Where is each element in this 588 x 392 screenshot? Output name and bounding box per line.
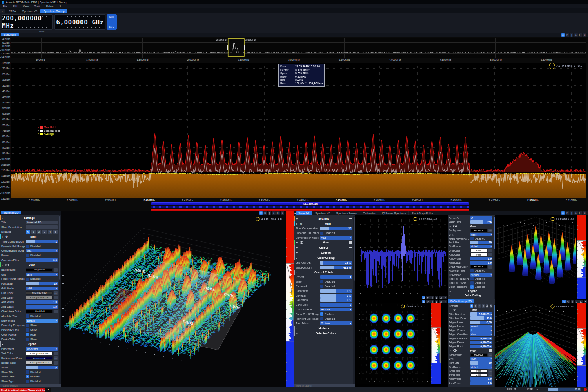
menu-icon[interactable]	[489, 225, 492, 227]
default-preset-4[interactable]: 4	[486, 304, 488, 308]
show-title-toggle[interactable]	[26, 370, 29, 374]
bottom-tab-spectran-v6[interactable]: Spectran V6	[312, 211, 334, 215]
border-color-color-swatch[interactable]: r:192 g:192 b:192	[26, 361, 53, 365]
chevron-icon[interactable]: ▾	[296, 218, 299, 220]
grid-color-color-swatch[interactable]: r:50 g:50 b:50	[26, 291, 53, 295]
legend-average[interactable]: ×Average	[38, 132, 60, 136]
slice-low-pass-slider[interactable]: 10,0	[470, 316, 492, 320]
wf-section-legend[interactable]: ▾Legend	[294, 250, 353, 255]
fixed-power-range-toggle[interactable]	[26, 278, 29, 281]
digit-decrement-dots[interactable]	[5, 27, 49, 28]
menu-icon[interactable]	[349, 218, 352, 220]
refresh-icon[interactable]: ↻	[426, 300, 430, 303]
trigger-delay-slider[interactable]: 0,00000 s	[470, 341, 492, 344]
band-size-slider[interactable]: 0	[320, 303, 352, 307]
wf-section-control-points[interactable]: ▾Control Points	[294, 270, 353, 275]
wf-section-color-coding[interactable]: ▸Color Coding	[294, 255, 353, 260]
menu-tools[interactable]: Tools	[31, 5, 43, 8]
chevron-icon[interactable]: ▸	[2, 264, 4, 266]
copy-icon[interactable]: ⊡	[579, 211, 582, 215]
chevron-icon[interactable]: ▸	[2, 236, 4, 238]
color-picker-button[interactable]: …	[54, 296, 58, 299]
search-input[interactable]	[0, 384, 61, 387]
chart-area-color-color-swatch[interactable]: #000000	[470, 265, 487, 269]
hist-section-legend[interactable]: ▸Legend	[448, 289, 494, 293]
bottom-tab-blockgrapheditor[interactable]: BlockGraphEditor	[409, 211, 436, 215]
color-picker-button[interactable]: …	[488, 369, 492, 373]
color-palette-checkbox[interactable]: ✓	[26, 333, 29, 336]
highlight-cell-ranges-toggle[interactable]	[320, 317, 323, 320]
trigger-condition-dropdown[interactable]: rising▾	[470, 332, 492, 336]
color-picker-button[interactable]: …	[54, 268, 58, 272]
menu-icon[interactable]	[54, 217, 58, 219]
background-color-swatch[interactable]: r:0 g:0 b:0	[26, 268, 53, 272]
trigger-level-slider[interactable]: 0,00	[470, 321, 492, 324]
legend-sample-hold[interactable]: ×Sample/Hold	[38, 129, 60, 133]
axis-width-slider[interactable]: 1,0	[470, 257, 492, 260]
download-icon[interactable]: ↧	[435, 296, 438, 299]
close-icon[interactable]: ×	[443, 296, 447, 299]
color-picker-button[interactable]: …	[54, 352, 58, 355]
record-status-icon[interactable]	[584, 388, 587, 391]
chevron-icon[interactable]: ▾	[296, 327, 299, 329]
trigger-source-dropdown[interactable]: I▾	[470, 328, 492, 332]
trigger-blank-slider[interactable]: 0,00000 s	[470, 345, 492, 348]
copy-icon[interactable]: ⊡	[579, 33, 582, 37]
color-picker-button[interactable]: …	[488, 229, 492, 232]
color-picker-button[interactable]: …	[488, 249, 492, 252]
pause-icon[interactable]: ∥	[430, 296, 434, 299]
unit-dropdown[interactable]: dBm▾	[470, 357, 492, 361]
fixed-power-range-toggle[interactable]	[470, 237, 474, 240]
short-description-input[interactable]	[26, 225, 58, 229]
chevron-icon[interactable]: ▸	[450, 225, 452, 227]
pause-icon[interactable]: ∥	[268, 211, 271, 215]
chevron-icon[interactable]: ▾	[296, 271, 299, 273]
axis-color-color-swatch[interactable]: r:135 g:135 b:135	[26, 296, 53, 299]
wf3d-section-view[interactable]: ▸View	[0, 262, 59, 267]
waterfall3d-canvas[interactable]	[61, 215, 286, 387]
oscilloscope-3d-canvas[interactable]	[495, 303, 576, 387]
chart-area-color-color-swatch[interactable]: r:0 g:0 b:0	[26, 310, 53, 313]
placement-dropdown[interactable]: top-center▾	[26, 347, 58, 351]
download-icon[interactable]: ↧	[574, 33, 578, 37]
centered-toggle[interactable]	[320, 285, 323, 288]
pin-icon[interactable]: ◎	[422, 300, 425, 303]
reset-defaults-button[interactable]: ↻	[26, 230, 30, 234]
close-icon[interactable]: ×	[583, 211, 586, 215]
chevron-down-icon[interactable]: ▾	[0, 9, 5, 13]
background-color-swatch[interactable]: #000000	[470, 353, 487, 357]
default-preset-4[interactable]: 4	[48, 230, 52, 234]
chevron-icon[interactable]: ▾	[296, 252, 299, 254]
wf-section-detector-colors[interactable]: ▾Detector Colors	[294, 331, 353, 336]
wf-section-cursor[interactable]: ▾Cursor	[294, 245, 353, 250]
power-toggle[interactable]	[26, 254, 29, 257]
unit-dropdown[interactable]: dBm▾	[26, 273, 58, 276]
axis-scale-slider[interactable]: 1,0	[470, 261, 492, 265]
refresh-icon[interactable]: ↻	[263, 211, 267, 215]
refresh-icon[interactable]: ↻	[566, 211, 569, 215]
trigger-mode-dropdown[interactable]: repeat▾	[470, 325, 492, 328]
grid-mode-dropdown[interactable]: dotted▾	[470, 245, 492, 248]
tab-waterfall-3d[interactable]: Waterfall 3D	[1, 211, 21, 214]
draw-mode-dropdown[interactable]: surface▾	[26, 319, 58, 323]
pin-icon[interactable]: ◎	[422, 296, 425, 299]
refresh-icon[interactable]: ↻	[566, 300, 570, 303]
repeat-slider[interactable]: 1	[320, 275, 352, 279]
chevron-icon[interactable]: ▸	[296, 223, 299, 225]
default-preset-1[interactable]: 1	[474, 304, 477, 308]
pause-icon[interactable]: ∥	[570, 211, 573, 215]
default-preset-2[interactable]: 2	[37, 230, 41, 234]
wf-section-markers[interactable]: ▾Markers	[294, 326, 353, 331]
iq-power-spectrum-canvas[interactable]	[355, 215, 448, 296]
menu-view[interactable]: View	[20, 5, 31, 8]
color-picker-button[interactable]: …	[488, 353, 492, 357]
pin-icon[interactable]: ◎	[562, 300, 566, 303]
copy-icon[interactable]: ⊡	[276, 211, 280, 215]
copy-icon[interactable]: ⊡	[439, 300, 443, 303]
axis-width-slider[interactable]: 1,0	[26, 300, 58, 304]
refresh-icon[interactable]: ↻	[426, 296, 430, 299]
show-date-checkbox[interactable]: ✓	[26, 375, 29, 378]
bottom-tab-waterfall[interactable]: Waterfall	[296, 211, 312, 215]
grid-mode-dropdown[interactable]: dotted▾	[470, 365, 492, 369]
axis-scale-slider[interactable]: 1,0	[470, 381, 492, 385]
